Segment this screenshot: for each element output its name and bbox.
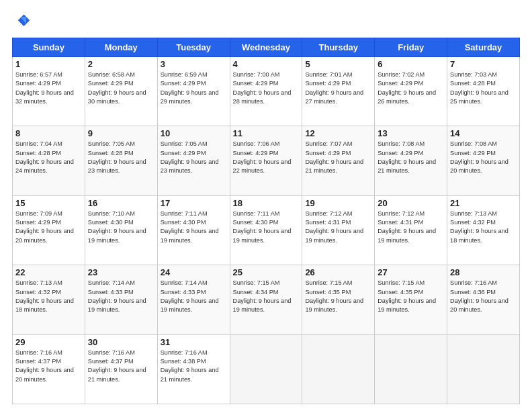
- day-number: 20: [378, 198, 444, 208]
- day-info: Sunrise: 7:15 AMSunset: 4:35 PMDaylight:…: [305, 279, 363, 313]
- calendar-week-row: 8 Sunrise: 7:04 AMSunset: 4:28 PMDayligh…: [13, 126, 520, 195]
- day-number: 11: [233, 128, 300, 138]
- day-number: 10: [161, 128, 227, 138]
- calendar-cell: 12 Sunrise: 7:07 AMSunset: 4:29 PMDaylig…: [302, 126, 375, 195]
- calendar-cell: 28 Sunrise: 7:16 AMSunset: 4:36 PMDaylig…: [447, 265, 520, 334]
- calendar-cell: 13 Sunrise: 7:08 AMSunset: 4:29 PMDaylig…: [375, 126, 447, 195]
- day-info: Sunrise: 7:15 AMSunset: 4:34 PMDaylight:…: [233, 279, 292, 313]
- day-number: 25: [233, 267, 300, 277]
- calendar-cell: 27 Sunrise: 7:15 AMSunset: 4:35 PMDaylig…: [375, 265, 447, 334]
- calendar-cell: 22 Sunrise: 7:13 AMSunset: 4:32 PMDaylig…: [13, 265, 85, 334]
- calendar-cell: 26 Sunrise: 7:15 AMSunset: 4:35 PMDaylig…: [302, 265, 375, 334]
- day-info: Sunrise: 7:13 AMSunset: 4:32 PMDaylight:…: [450, 210, 508, 244]
- day-info: Sunrise: 7:16 AMSunset: 4:38 PMDaylight:…: [161, 349, 219, 383]
- day-number: 9: [88, 128, 154, 138]
- dow-header: Tuesday: [157, 38, 230, 57]
- day-number: 27: [378, 267, 444, 277]
- day-number: 5: [305, 59, 371, 69]
- day-number: 31: [161, 337, 227, 347]
- calendar-cell: 1 Sunrise: 6:57 AMSunset: 4:29 PMDayligh…: [13, 57, 85, 126]
- day-info: Sunrise: 7:16 AMSunset: 4:37 PMDaylight:…: [15, 349, 74, 383]
- day-number: 13: [378, 128, 444, 138]
- page: SundayMondayTuesdayWednesdayThursdayFrid…: [0, 0, 532, 411]
- calendar-cell: 25 Sunrise: 7:15 AMSunset: 4:34 PMDaylig…: [230, 265, 302, 334]
- day-info: Sunrise: 7:08 AMSunset: 4:29 PMDaylight:…: [378, 140, 436, 174]
- day-info: Sunrise: 6:57 AMSunset: 4:29 PMDaylight:…: [15, 71, 74, 105]
- day-number: 28: [450, 267, 517, 277]
- day-info: Sunrise: 7:05 AMSunset: 4:29 PMDaylight:…: [161, 140, 219, 174]
- day-number: 12: [305, 128, 371, 138]
- calendar-week-row: 1 Sunrise: 6:57 AMSunset: 4:29 PMDayligh…: [13, 57, 520, 126]
- calendar-week-row: 15 Sunrise: 7:09 AMSunset: 4:29 PMDaylig…: [13, 195, 520, 265]
- header: [12, 12, 520, 31]
- days-of-week-row: SundayMondayTuesdayWednesdayThursdayFrid…: [13, 38, 520, 57]
- calendar-cell: 30 Sunrise: 7:16 AMSunset: 4:37 PMDaylig…: [85, 334, 157, 404]
- calendar-cell: 11 Sunrise: 7:06 AMSunset: 4:29 PMDaylig…: [230, 126, 302, 195]
- dow-header: Saturday: [447, 38, 520, 57]
- day-info: Sunrise: 7:16 AMSunset: 4:37 PMDaylight:…: [88, 349, 146, 383]
- day-number: 6: [378, 59, 444, 69]
- calendar-cell: 15 Sunrise: 7:09 AMSunset: 4:29 PMDaylig…: [13, 195, 85, 265]
- day-number: 14: [450, 128, 517, 138]
- day-number: 15: [15, 198, 82, 208]
- calendar-cell: 21 Sunrise: 7:13 AMSunset: 4:32 PMDaylig…: [447, 195, 520, 265]
- day-info: Sunrise: 7:12 AMSunset: 4:31 PMDaylight:…: [378, 210, 436, 244]
- calendar-body: 1 Sunrise: 6:57 AMSunset: 4:29 PMDayligh…: [13, 57, 520, 404]
- dow-header: Wednesday: [230, 38, 302, 57]
- day-info: Sunrise: 7:04 AMSunset: 4:28 PMDaylight:…: [15, 140, 74, 174]
- calendar-cell: 7 Sunrise: 7:03 AMSunset: 4:28 PMDayligh…: [447, 57, 520, 126]
- day-info: Sunrise: 7:13 AMSunset: 4:32 PMDaylight:…: [15, 279, 74, 313]
- day-info: Sunrise: 7:00 AMSunset: 4:29 PMDaylight:…: [233, 71, 292, 105]
- calendar-cell: [230, 334, 302, 404]
- day-number: 19: [305, 198, 371, 208]
- day-number: 18: [233, 198, 300, 208]
- calendar-table: SundayMondayTuesdayWednesdayThursdayFrid…: [12, 38, 520, 404]
- dow-header: Sunday: [13, 38, 85, 57]
- day-info: Sunrise: 7:09 AMSunset: 4:29 PMDaylight:…: [15, 210, 74, 244]
- calendar-cell: 2 Sunrise: 6:58 AMSunset: 4:29 PMDayligh…: [85, 57, 157, 126]
- calendar-cell: 5 Sunrise: 7:01 AMSunset: 4:29 PMDayligh…: [302, 57, 375, 126]
- day-info: Sunrise: 7:07 AMSunset: 4:29 PMDaylight:…: [305, 140, 363, 174]
- day-info: Sunrise: 7:02 AMSunset: 4:29 PMDaylight:…: [378, 71, 436, 105]
- day-number: 2: [88, 59, 154, 69]
- calendar-cell: [447, 334, 520, 404]
- day-number: 24: [161, 267, 227, 277]
- calendar-cell: 8 Sunrise: 7:04 AMSunset: 4:28 PMDayligh…: [13, 126, 85, 195]
- calendar-cell: 24 Sunrise: 7:14 AMSunset: 4:33 PMDaylig…: [157, 265, 230, 334]
- calendar-cell: 6 Sunrise: 7:02 AMSunset: 4:29 PMDayligh…: [375, 57, 447, 126]
- calendar-cell: 23 Sunrise: 7:14 AMSunset: 4:33 PMDaylig…: [85, 265, 157, 334]
- day-info: Sunrise: 6:58 AMSunset: 4:29 PMDaylight:…: [88, 71, 146, 105]
- day-info: Sunrise: 7:03 AMSunset: 4:28 PMDaylight:…: [450, 71, 508, 105]
- calendar-cell: 20 Sunrise: 7:12 AMSunset: 4:31 PMDaylig…: [375, 195, 447, 265]
- dow-header: Friday: [375, 38, 447, 57]
- day-number: 30: [88, 337, 154, 347]
- day-number: 7: [450, 59, 517, 69]
- calendar-week-row: 29 Sunrise: 7:16 AMSunset: 4:37 PMDaylig…: [13, 334, 520, 404]
- day-info: Sunrise: 7:01 AMSunset: 4:29 PMDaylight:…: [305, 71, 363, 105]
- day-number: 23: [88, 267, 154, 277]
- day-info: Sunrise: 7:15 AMSunset: 4:35 PMDaylight:…: [378, 279, 436, 313]
- day-info: Sunrise: 7:11 AMSunset: 4:30 PMDaylight:…: [161, 210, 219, 244]
- day-number: 16: [88, 198, 154, 208]
- calendar-cell: 29 Sunrise: 7:16 AMSunset: 4:37 PMDaylig…: [13, 334, 85, 404]
- day-number: 21: [450, 198, 517, 208]
- dow-header: Thursday: [302, 38, 375, 57]
- day-info: Sunrise: 7:14 AMSunset: 4:33 PMDaylight:…: [161, 279, 219, 313]
- calendar-cell: 3 Sunrise: 6:59 AMSunset: 4:29 PMDayligh…: [157, 57, 230, 126]
- day-number: 29: [15, 337, 82, 347]
- day-number: 26: [305, 267, 371, 277]
- day-number: 3: [161, 59, 227, 69]
- day-info: Sunrise: 7:12 AMSunset: 4:31 PMDaylight:…: [305, 210, 363, 244]
- day-info: Sunrise: 7:11 AMSunset: 4:30 PMDaylight:…: [233, 210, 292, 244]
- day-number: 17: [161, 198, 227, 208]
- day-info: Sunrise: 7:16 AMSunset: 4:36 PMDaylight:…: [450, 279, 508, 313]
- day-info: Sunrise: 7:08 AMSunset: 4:29 PMDaylight:…: [450, 140, 508, 174]
- day-info: Sunrise: 6:59 AMSunset: 4:29 PMDaylight:…: [161, 71, 219, 105]
- calendar-cell: 16 Sunrise: 7:10 AMSunset: 4:30 PMDaylig…: [85, 195, 157, 265]
- calendar-cell: 18 Sunrise: 7:11 AMSunset: 4:30 PMDaylig…: [230, 195, 302, 265]
- calendar-cell: [302, 334, 375, 404]
- calendar-cell: [375, 334, 447, 404]
- logo-icon: [12, 12, 31, 31]
- calendar-cell: 31 Sunrise: 7:16 AMSunset: 4:38 PMDaylig…: [157, 334, 230, 404]
- day-info: Sunrise: 7:14 AMSunset: 4:33 PMDaylight:…: [88, 279, 146, 313]
